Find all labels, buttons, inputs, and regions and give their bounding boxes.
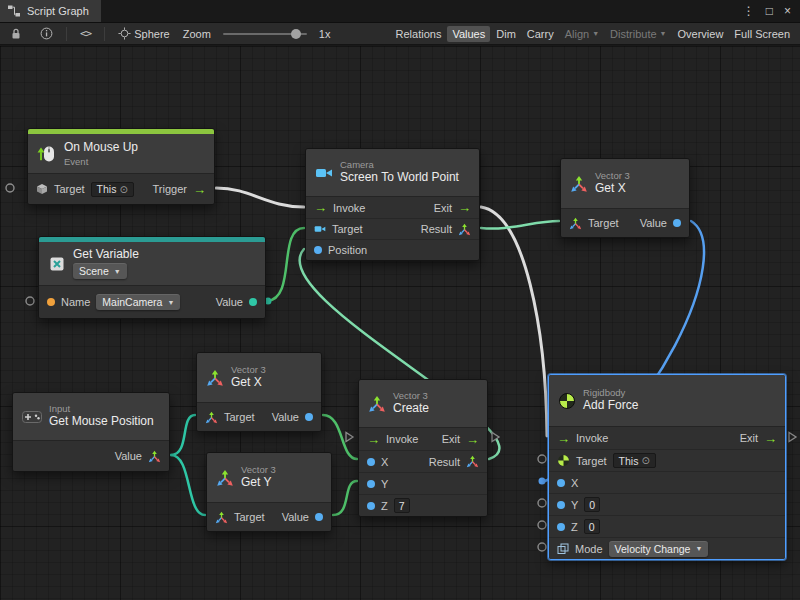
maximize-icon[interactable]: □: [766, 5, 773, 17]
row-position: Position: [306, 239, 479, 260]
exec-out-port[interactable]: →: [466, 433, 479, 446]
node-get-mouse-position[interactable]: Input Get Mouse Position Value: [12, 392, 170, 472]
lock-icon: [10, 27, 22, 40]
row-name-value: Name MainCamera ▼ Value: [39, 286, 265, 318]
align-dropdown[interactable]: Align ▼: [560, 26, 604, 42]
info-icon: [40, 27, 53, 40]
node-title: Get Mouse Position: [49, 415, 154, 429]
y-value-field[interactable]: 0: [584, 497, 600, 512]
vector3-port-icon[interactable]: [205, 411, 218, 424]
z-label: Z: [381, 500, 388, 512]
mode-icon[interactable]: [557, 543, 569, 555]
vector3-port-icon[interactable]: [458, 223, 471, 236]
value-port[interactable]: [315, 513, 323, 521]
node-header: Input Get Mouse Position: [13, 393, 169, 441]
y-label: Y: [381, 478, 388, 490]
node-vector3-create[interactable]: Vector 3 Create → Invoke Exit → X Result…: [358, 379, 488, 517]
target-label: Target: [576, 455, 607, 467]
rigidbody-port-icon[interactable]: [557, 454, 570, 467]
position-label: Position: [328, 244, 367, 256]
name-port[interactable]: [47, 298, 55, 306]
value-port[interactable]: [673, 219, 681, 227]
node-add-force[interactable]: Rigidbody Add Force → Invoke Exit → Targ…: [548, 374, 786, 560]
lock-button[interactable]: [5, 25, 27, 42]
toolbar-divider: [66, 27, 67, 41]
z-value-field[interactable]: 7: [394, 498, 410, 513]
graph-toolbar: <> Sphere Zoom 1x Relations Values Dim C…: [0, 22, 800, 45]
node-header: Vector 3 Get X: [197, 353, 321, 403]
node-get-variable[interactable]: Get Variable Scene ▼ Name MainCamera ▼ V…: [38, 236, 266, 319]
relations-toggle[interactable]: Relations: [391, 26, 447, 42]
mode-dropdown[interactable]: Velocity Change ▼: [609, 541, 709, 557]
exec-in-port[interactable]: →: [557, 432, 570, 445]
exec-in-port[interactable]: →: [367, 433, 380, 446]
variable-kind-dropdown[interactable]: Scene ▼: [73, 263, 127, 279]
chevron-down-icon: ▼: [660, 30, 667, 37]
x-port[interactable]: [367, 458, 375, 466]
exec-out-port[interactable]: →: [193, 183, 206, 196]
dim-toggle[interactable]: Dim: [491, 26, 521, 42]
exit-label: Exit: [442, 433, 460, 445]
zoom-slider-handle[interactable]: [291, 29, 301, 39]
graph-owner-button[interactable]: Sphere: [113, 25, 174, 42]
node-title: Create: [393, 402, 429, 416]
value-port[interactable]: [249, 298, 257, 306]
vector3-port-icon[interactable]: [466, 455, 479, 468]
vector3-port-icon[interactable]: [148, 450, 161, 463]
exec-out-port[interactable]: →: [458, 201, 471, 214]
close-icon[interactable]: ×: [784, 5, 791, 17]
node-title: Get X: [595, 182, 630, 196]
vector3-icon: [570, 175, 588, 193]
info-button[interactable]: [35, 25, 58, 42]
vector3-port-icon[interactable]: [569, 217, 582, 230]
y-port[interactable]: [367, 480, 375, 488]
target-self-chip[interactable]: This ⊙: [91, 182, 134, 197]
target-self-chip[interactable]: This ⊙: [613, 453, 656, 468]
invoke-label: Invoke: [576, 432, 608, 444]
vector3-icon: [216, 469, 234, 487]
zoom-slider[interactable]: [223, 33, 307, 35]
toolbar-toggles: Relations Values Dim Carry Align ▼ Distr…: [391, 26, 795, 42]
row-y: Y 0: [549, 493, 785, 515]
code-preview-button[interactable]: <>: [75, 25, 96, 42]
toolbar-divider: [104, 27, 105, 41]
row-x: X: [549, 471, 785, 493]
x-label: X: [571, 477, 578, 489]
chevron-down-icon: ▼: [167, 299, 174, 306]
vector3-port-icon[interactable]: [215, 511, 228, 524]
exec-in-port[interactable]: →: [314, 201, 327, 214]
exec-out-port[interactable]: →: [764, 432, 777, 445]
row-z: Z 0: [549, 515, 785, 537]
x-port[interactable]: [557, 479, 565, 487]
vector3-icon: [368, 395, 386, 413]
z-value-field[interactable]: 0: [584, 519, 600, 534]
chip-label: This: [619, 455, 639, 467]
distribute-label: Distribute: [610, 28, 656, 40]
window-menu-icon[interactable]: ⋮: [743, 5, 755, 17]
full-screen-button[interactable]: Full Screen: [729, 26, 795, 42]
result-label: Result: [421, 223, 452, 235]
values-toggle[interactable]: Values: [447, 26, 490, 42]
node-on-mouse-up[interactable]: On Mouse Up Event Target This ⊙ Trigger …: [27, 128, 215, 205]
y-port[interactable]: [557, 501, 565, 509]
dropdown-value: MainCamera: [102, 296, 162, 308]
camera-port-icon[interactable]: [314, 223, 326, 235]
node-screen-to-world-point[interactable]: Camera Screen To World Point → Invoke Ex…: [305, 148, 480, 261]
node-header: Vector 3 Create: [359, 380, 487, 428]
value-port[interactable]: [305, 413, 313, 421]
node-category: Rigidbody: [583, 388, 638, 398]
position-port[interactable]: [314, 246, 322, 254]
window-tab-bar: Script Graph ⋮ □ ×: [0, 0, 800, 22]
node-vector3-get-x-mid[interactable]: Vector 3 Get X Target Value: [196, 352, 322, 432]
node-vector3-get-x-top[interactable]: Vector 3 Get X Target Value: [560, 158, 690, 238]
node-title: Screen To World Point: [340, 171, 459, 185]
variable-name-dropdown[interactable]: MainCamera ▼: [96, 294, 180, 310]
z-port[interactable]: [557, 523, 565, 531]
node-vector3-get-y[interactable]: Vector 3 Get Y Target Value: [206, 452, 332, 532]
tab-script-graph[interactable]: Script Graph: [0, 0, 101, 22]
z-port[interactable]: [367, 502, 375, 510]
distribute-dropdown[interactable]: Distribute ▼: [605, 26, 671, 42]
zoom-label: Zoom: [183, 28, 211, 40]
overview-button[interactable]: Overview: [673, 26, 729, 42]
carry-toggle[interactable]: Carry: [522, 26, 559, 42]
